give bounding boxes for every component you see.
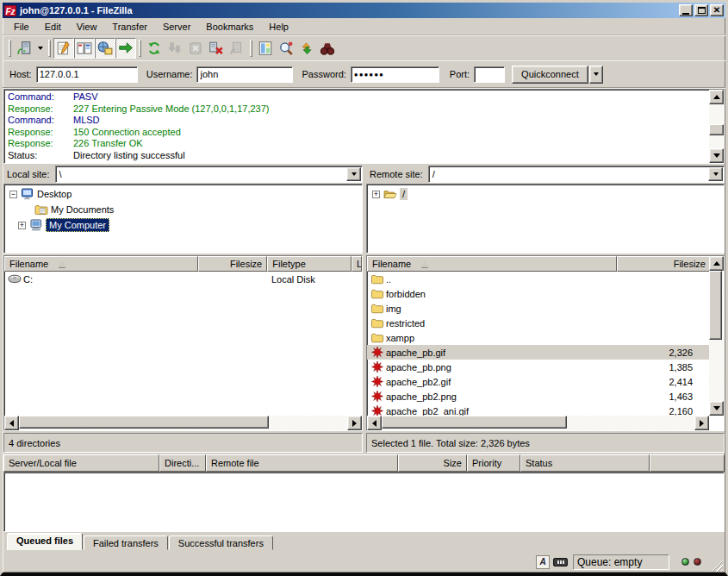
menu-server[interactable]: Server (155, 20, 198, 34)
column-header-direction[interactable]: Directi... (159, 454, 206, 472)
site-manager-button[interactable] (14, 38, 34, 59)
remote-site-combo[interactable]: / (428, 166, 725, 183)
scroll-left-button[interactable] (367, 416, 382, 430)
remote-horizontal-scrollbar[interactable] (367, 416, 709, 430)
remote-directory-tree[interactable]: + / (366, 184, 725, 254)
directory-comparison-button[interactable] (276, 38, 296, 59)
minimize-button[interactable] (679, 4, 693, 16)
message-log[interactable]: Command:PASV Response:227 Entering Passi… (3, 89, 725, 164)
scroll-left-button[interactable] (4, 416, 19, 430)
password-input[interactable] (351, 66, 439, 83)
disconnect-icon (208, 41, 224, 56)
column-header-server-local-file[interactable]: Server/Local file (3, 454, 159, 472)
tab-queued-files[interactable]: Queued files (7, 533, 83, 550)
toggle-message-log-button[interactable] (53, 38, 74, 59)
menu-edit[interactable]: Edit (37, 20, 69, 34)
menu-bar: File Edit View Transfer Server Bookmarks… (3, 18, 725, 35)
cancel-button[interactable] (185, 38, 206, 59)
tree-item-root[interactable]: + / (367, 186, 724, 202)
quickconnect-dropdown[interactable] (589, 66, 603, 84)
file-row[interactable]: apache_pb2.png 1,463 (367, 389, 709, 404)
column-header-filename[interactable]: Filename (367, 256, 617, 272)
speed-limit-icon[interactable] (553, 558, 568, 567)
quickconnect-button[interactable]: Quickconnect (512, 66, 588, 84)
column-header-filesize[interactable]: Filesize (617, 256, 711, 272)
maximize-button[interactable] (694, 4, 708, 16)
column-header-spacer (650, 454, 725, 472)
column-header-priority[interactable]: Priority (467, 454, 520, 472)
file-row[interactable]: img (367, 301, 709, 316)
synchronized-browsing-button[interactable] (296, 38, 317, 59)
site-manager-dropdown[interactable] (34, 38, 46, 59)
process-queue-button[interactable] (165, 38, 185, 59)
file-row[interactable]: restricted (367, 316, 709, 330)
minimize-icon (682, 13, 689, 15)
local-horizontal-scrollbar[interactable] (4, 416, 362, 430)
disconnect-button[interactable] (206, 38, 227, 59)
scroll-thumb[interactable] (19, 416, 269, 429)
reconnect-button[interactable] (227, 38, 247, 59)
transfer-type-icon[interactable]: A (536, 555, 550, 569)
remote-file-list[interactable]: Filename Filesize .. forbidden img (366, 255, 725, 431)
resize-grip-icon[interactable] (711, 560, 723, 572)
tree-item-my-documents[interactable]: My Documents (4, 202, 362, 217)
scroll-thumb[interactable] (709, 124, 724, 135)
column-header-filesize[interactable]: Filesize (198, 256, 267, 272)
file-row-selected[interactable]: apache_pb.gif 2,326 (367, 345, 709, 360)
scroll-thumb[interactable] (382, 416, 567, 429)
scroll-right-button[interactable] (347, 416, 362, 430)
collapse-icon[interactable]: − (9, 191, 17, 198)
expand-icon[interactable]: + (372, 191, 380, 198)
local-file-list[interactable]: Filename Filesize Filetype L C: Local Di… (3, 255, 363, 431)
toggle-queue-button[interactable] (115, 38, 136, 59)
tree-item-desktop[interactable]: − Desktop (4, 186, 362, 202)
menu-bookmarks[interactable]: Bookmarks (198, 20, 261, 34)
toggle-remote-tree-button[interactable] (95, 38, 115, 59)
menu-view[interactable]: View (69, 20, 105, 34)
queue-list[interactable] (3, 472, 725, 532)
tree-item-my-computer[interactable]: + My Computer (4, 217, 362, 233)
scroll-right-button[interactable] (694, 416, 709, 430)
remote-vertical-scrollbar[interactable] (709, 256, 724, 416)
remote-list-header: Filename Filesize (367, 256, 724, 272)
scroll-down-button[interactable] (709, 148, 724, 163)
file-row[interactable]: forbidden (367, 286, 709, 301)
column-header-remote-file[interactable]: Remote file (206, 454, 398, 472)
scroll-up-button[interactable] (709, 90, 724, 104)
column-header-size[interactable]: Size (398, 454, 467, 472)
scroll-thumb[interactable] (709, 271, 722, 340)
tab-successful-transfers[interactable]: Successful transfers (169, 535, 273, 550)
scroll-down-button[interactable] (709, 401, 724, 416)
username-input[interactable] (196, 66, 293, 83)
file-row[interactable]: apache_pb.png 1,385 (367, 360, 709, 374)
combo-dropdown-button[interactable] (346, 167, 361, 181)
menu-help[interactable]: Help (261, 20, 296, 34)
expand-icon[interactable]: + (18, 222, 26, 229)
scroll-up-button[interactable] (709, 256, 724, 271)
close-button[interactable]: ✕ (710, 4, 724, 16)
combo-dropdown-button[interactable] (708, 167, 723, 181)
toggle-local-tree-button[interactable] (74, 38, 95, 59)
column-header-status[interactable]: Status (520, 454, 650, 472)
menu-file[interactable]: File (6, 20, 37, 34)
column-header-lastmodified[interactable]: L (352, 256, 362, 272)
status-led-red (694, 558, 701, 566)
local-list-header: Filename Filesize Filetype L (4, 256, 362, 272)
port-input[interactable] (474, 66, 505, 83)
file-row[interactable]: C: Local Disk (4, 272, 362, 286)
file-row[interactable]: xampp (367, 330, 709, 345)
search-files-button[interactable] (317, 38, 338, 59)
filter-button[interactable] (255, 38, 276, 59)
title-bar[interactable]: Fz john@127.0.0.1 - FileZilla ✕ (3, 3, 725, 18)
local-directory-tree[interactable]: − Desktop My Documents + M (3, 184, 363, 254)
file-row[interactable]: .. (367, 272, 709, 286)
host-input[interactable] (36, 66, 138, 83)
menu-transfer[interactable]: Transfer (104, 20, 155, 34)
file-row[interactable]: apache_pb2.gif 2,414 (367, 374, 709, 389)
tab-failed-transfers[interactable]: Failed transfers (84, 535, 168, 550)
column-header-filetype[interactable]: Filetype (267, 256, 352, 272)
local-site-combo[interactable]: \ (55, 166, 363, 183)
refresh-button[interactable] (144, 38, 165, 59)
log-scrollbar[interactable] (709, 90, 724, 163)
column-header-filename[interactable]: Filename (4, 256, 198, 272)
